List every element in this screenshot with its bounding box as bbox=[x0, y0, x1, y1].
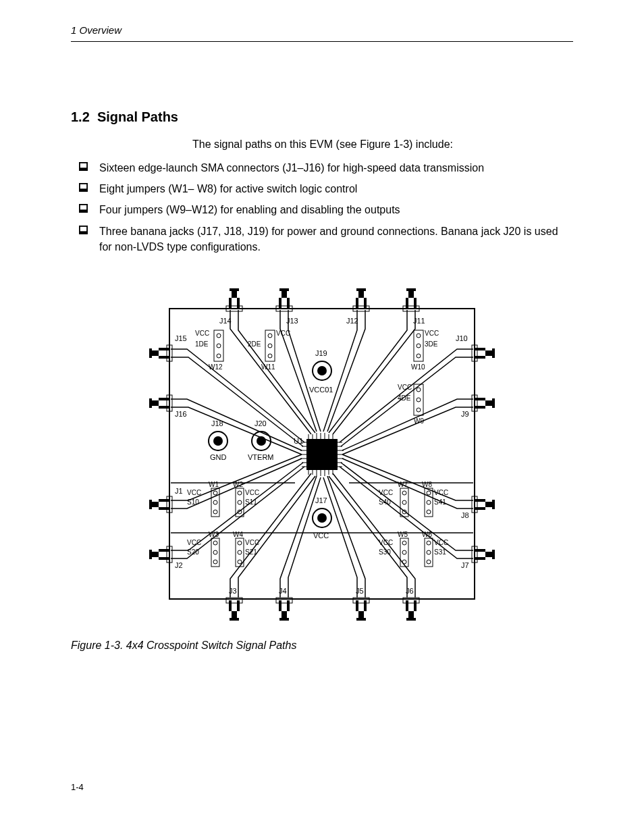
svg-rect-68 bbox=[356, 298, 358, 309]
svg-text:W1: W1 bbox=[209, 481, 219, 488]
bullet-list: Sixteen edge-launch SMA connectors (J1–J… bbox=[79, 160, 573, 255]
banana-j18: J18 GND bbox=[209, 419, 227, 461]
svg-point-196 bbox=[402, 560, 406, 564]
svg-point-154 bbox=[217, 334, 221, 338]
svg-rect-109 bbox=[149, 348, 152, 358]
svg-rect-197 bbox=[425, 538, 433, 567]
svg-rect-3 bbox=[80, 189, 87, 192]
svg-text:J14: J14 bbox=[219, 317, 232, 325]
svg-rect-153 bbox=[214, 330, 223, 361]
svg-text:W3: W3 bbox=[209, 531, 219, 538]
svg-point-179 bbox=[213, 550, 217, 554]
svg-text:W4: W4 bbox=[233, 531, 243, 538]
svg-rect-116 bbox=[159, 499, 169, 502]
svg-point-172 bbox=[213, 510, 217, 514]
svg-rect-177 bbox=[211, 538, 219, 567]
svg-rect-63 bbox=[279, 298, 281, 309]
svg-rect-59 bbox=[237, 298, 240, 309]
svg-rect-122 bbox=[159, 557, 169, 560]
svg-point-192 bbox=[427, 510, 431, 514]
checkbox-bullet-icon bbox=[79, 183, 88, 192]
svg-rect-119 bbox=[149, 500, 152, 509]
svg-rect-88 bbox=[287, 600, 290, 611]
svg-text:J20: J20 bbox=[254, 419, 267, 427]
svg-point-163 bbox=[417, 344, 421, 348]
svg-text:VCC: VCC bbox=[425, 330, 439, 337]
svg-point-175 bbox=[238, 500, 242, 504]
checkbox-bullet-icon bbox=[79, 204, 88, 213]
svg-rect-135 bbox=[475, 398, 485, 400]
page-number: 1-4 bbox=[71, 782, 84, 792]
svg-point-184 bbox=[238, 560, 242, 564]
list-item-text: Four jumpers (W9–W12) for enabling and d… bbox=[99, 204, 400, 215]
svg-text:W11: W11 bbox=[261, 363, 275, 371]
svg-text:S21: S21 bbox=[245, 548, 257, 556]
svg-point-155 bbox=[217, 344, 221, 348]
svg-text:J10: J10 bbox=[456, 334, 468, 342]
svg-rect-76 bbox=[406, 288, 416, 291]
svg-point-191 bbox=[427, 500, 431, 504]
section-intro: The signal paths on this EVM (see Figure… bbox=[192, 138, 573, 151]
figure: U1 J18 GND J20 VTERM J19 VCC01 J17 V bbox=[71, 268, 573, 652]
svg-point-200 bbox=[427, 560, 431, 564]
svg-rect-97 bbox=[406, 600, 408, 611]
svg-text:S20: S20 bbox=[187, 548, 199, 556]
svg-text:VCC: VCC bbox=[245, 539, 259, 546]
svg-text:S31: S31 bbox=[434, 548, 446, 556]
svg-point-162 bbox=[417, 334, 421, 338]
svg-rect-157 bbox=[265, 330, 275, 361]
svg-text:J15: J15 bbox=[175, 334, 187, 342]
svg-rect-161 bbox=[414, 330, 423, 361]
svg-text:S30: S30 bbox=[379, 548, 391, 556]
page: 1 Overview 1.2 Signal Paths The signal p… bbox=[0, 0, 644, 834]
svg-rect-136 bbox=[475, 406, 485, 409]
list-item: Three banana jacks (J17, J18, J19) for p… bbox=[79, 224, 573, 255]
svg-rect-169 bbox=[211, 488, 219, 517]
svg-rect-95 bbox=[356, 618, 366, 621]
svg-text:VCC: VCC bbox=[276, 330, 290, 337]
svg-text:J16: J16 bbox=[175, 410, 187, 418]
svg-rect-173 bbox=[236, 488, 244, 517]
svg-point-194 bbox=[402, 541, 406, 545]
svg-text:W2: W2 bbox=[233, 481, 243, 488]
svg-rect-64 bbox=[287, 298, 290, 309]
svg-text:VTERM: VTERM bbox=[248, 453, 274, 461]
svg-rect-71 bbox=[356, 288, 366, 291]
svg-text:J19: J19 bbox=[315, 349, 327, 357]
svg-text:S11: S11 bbox=[245, 498, 257, 506]
svg-point-51 bbox=[317, 513, 327, 523]
svg-rect-66 bbox=[279, 288, 289, 291]
svg-rect-121 bbox=[159, 549, 169, 552]
svg-rect-98 bbox=[414, 600, 417, 611]
svg-text:J6: J6 bbox=[406, 587, 414, 595]
svg-text:S40: S40 bbox=[379, 498, 391, 506]
svg-rect-111 bbox=[159, 398, 169, 400]
svg-point-190 bbox=[427, 491, 431, 495]
svg-rect-106 bbox=[159, 348, 169, 350]
svg-rect-93 bbox=[364, 600, 367, 611]
banana-j19: J19 VCC01 bbox=[309, 349, 333, 394]
svg-point-182 bbox=[238, 541, 242, 545]
svg-text:J3: J3 bbox=[229, 587, 237, 595]
list-item-text: Sixteen edge-launch SMA connectors (J1–J… bbox=[99, 162, 484, 174]
svg-rect-92 bbox=[356, 600, 358, 611]
svg-point-166 bbox=[417, 388, 421, 392]
svg-text:J8: J8 bbox=[461, 511, 469, 519]
svg-rect-114 bbox=[149, 398, 152, 408]
svg-point-199 bbox=[427, 550, 431, 554]
svg-rect-82 bbox=[229, 600, 232, 611]
svg-point-183 bbox=[238, 550, 242, 554]
svg-text:VCC01: VCC01 bbox=[309, 386, 333, 394]
banana-j20: J20 VTERM bbox=[248, 419, 274, 461]
sma-left: J15 J16 J1 J2 bbox=[149, 334, 187, 569]
svg-rect-131 bbox=[475, 356, 485, 359]
svg-rect-61 bbox=[230, 288, 239, 291]
svg-text:VCC: VCC bbox=[187, 489, 201, 496]
svg-rect-141 bbox=[475, 507, 485, 510]
svg-text:J1: J1 bbox=[175, 487, 183, 495]
svg-point-164 bbox=[417, 354, 421, 358]
svg-text:S41: S41 bbox=[434, 498, 446, 506]
svg-text:J13: J13 bbox=[286, 317, 298, 325]
sma-top: J14 J13 J12 J11 bbox=[219, 288, 425, 325]
svg-rect-145 bbox=[475, 549, 485, 552]
